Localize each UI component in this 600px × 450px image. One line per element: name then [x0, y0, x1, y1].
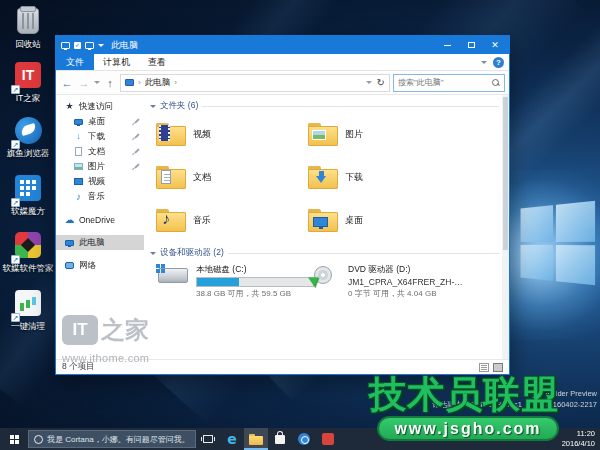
- windows-logo-icon: [10, 435, 14, 439]
- drive-detail: 0 字节 可用，共 4.04 GB: [348, 288, 460, 299]
- forward-button[interactable]: →: [77, 77, 91, 89]
- drives-section-header[interactable]: 设备和驱动器 (2): [150, 246, 499, 260]
- sidebar-item-onedrive[interactable]: ☁ OneDrive: [56, 212, 144, 227]
- sidebar-item-this-pc[interactable]: 此电脑: [56, 235, 144, 250]
- taskbar-app-red-button[interactable]: [316, 428, 340, 450]
- thumbnails-view-icon[interactable]: [493, 363, 503, 372]
- sidebar-item-downloads[interactable]: ↓ 下载: [56, 129, 144, 144]
- titlebar[interactable]: ✓ 此电脑 ✕: [56, 36, 509, 54]
- menu-file[interactable]: 文件: [56, 54, 94, 70]
- folder-tile-documents[interactable]: 文档: [156, 156, 308, 199]
- clock-date: 2016/4/10: [562, 439, 595, 449]
- desktop-icon-recycle-bin[interactable]: 回收站: [2, 6, 54, 49]
- search-box[interactable]: [393, 74, 505, 92]
- jsgho-title: 技术员联盟: [369, 376, 559, 413]
- back-button[interactable]: ←: [60, 77, 74, 89]
- picture-icon: [74, 163, 83, 170]
- help-icon[interactable]: ?: [493, 57, 504, 68]
- content-pane: 文件夹 (6) 视频 图片 文档: [144, 95, 509, 359]
- checkbox-icon[interactable]: ✓: [74, 42, 81, 49]
- sidebar-item-network[interactable]: 网络: [56, 258, 144, 273]
- sidebar-label: 此电脑: [79, 237, 105, 249]
- history-dropdown-icon[interactable]: [94, 81, 100, 87]
- collapse-icon[interactable]: [150, 105, 156, 111]
- cortana-placeholder: 我是 Cortana，小娜。有问题尽管问我。: [47, 434, 190, 445]
- scrollbar[interactable]: [502, 95, 509, 359]
- sidebar-label: 文档: [88, 146, 105, 158]
- desktop-icon-ithome[interactable]: IT↗ IT之家: [2, 60, 54, 103]
- sidebar-label: 视频: [88, 176, 105, 188]
- window-title: 此电脑: [111, 39, 138, 52]
- qat-dropdown-icon[interactable]: [98, 44, 104, 50]
- folder-tile-videos[interactable]: 视频: [156, 113, 308, 156]
- taskbar-app-blue-button[interactable]: [292, 428, 316, 450]
- maximize-button[interactable]: [459, 36, 483, 54]
- sidebar-label: 图片: [88, 161, 105, 173]
- folder-icon: [308, 166, 338, 189]
- desktop-icon-label: 一键清理: [2, 322, 54, 331]
- menu-computer[interactable]: 计算机: [94, 54, 139, 70]
- taskbar-explorer-button[interactable]: [244, 428, 268, 450]
- start-button[interactable]: [0, 428, 28, 450]
- collapse-icon[interactable]: [150, 252, 156, 258]
- desktop-icon-label: IT之家: [2, 94, 54, 103]
- scrollbar-thumb[interactable]: [503, 97, 508, 250]
- folder-tile-downloads[interactable]: 下载: [308, 156, 460, 199]
- blue-app-icon: [298, 433, 310, 445]
- drive-tile-local-disk-c[interactable]: 本地磁盘 (C:) 38.8 GB 可用，共 59.5 GB: [156, 260, 308, 306]
- cortana-search-box[interactable]: 我是 Cortana，小娜。有问题尽管问我。: [28, 430, 196, 448]
- explorer-window: ✓ 此电脑 ✕ 文件 计算机 查看 ? ← → ↑: [55, 35, 510, 375]
- desktop: 回收站 IT↗ IT之家 ↗ 旗鱼浏览器 ↗ 软媒魔方 ↗ 软媒软件管家 ↗ 一…: [0, 0, 600, 450]
- sidebar-label: 网络: [79, 260, 96, 272]
- shortcut-arrow-icon: ↗: [11, 198, 20, 207]
- download-icon: ↓: [73, 132, 84, 141]
- folders-section-header[interactable]: 文件夹 (6): [150, 99, 499, 113]
- task-view-button[interactable]: [196, 428, 220, 450]
- taskbar-store-button[interactable]: [268, 428, 292, 450]
- taskbar-edge-button[interactable]: e: [220, 428, 244, 450]
- sidebar-item-music[interactable]: ♪ 音乐: [56, 189, 144, 204]
- menu-view[interactable]: 查看: [139, 54, 175, 70]
- drive-tile-dvd-d[interactable]: DVD 驱动器 (D:) JM1_CPRA_X64FRER_ZH-CN_D...…: [308, 260, 460, 306]
- folder-tile-desktop[interactable]: 桌面: [308, 199, 460, 242]
- sidebar-item-quick-access[interactable]: ★ 快速访问: [56, 99, 144, 114]
- disk-usage-bar: [196, 277, 314, 287]
- desktop-icon-cleanup[interactable]: ↗ 一键清理: [2, 288, 54, 331]
- sidebar-label: OneDrive: [79, 215, 115, 225]
- address-field[interactable]: › 此电脑 › ↻: [120, 74, 390, 92]
- search-input[interactable]: [398, 78, 492, 87]
- video-icon: [74, 178, 83, 185]
- details-view-icon[interactable]: [479, 363, 489, 372]
- desktop-icon-label: 旗鱼浏览器: [2, 149, 54, 158]
- refresh-icon[interactable]: ↻: [377, 77, 385, 88]
- sidebar-item-videos[interactable]: 视频: [56, 174, 144, 189]
- shortcut-arrow-icon: ↗: [11, 255, 20, 264]
- shortcut-arrow-icon: ↗: [11, 140, 20, 149]
- minimize-button[interactable]: [435, 36, 459, 54]
- ithome-watermark: IT 之家 www.ithome.com: [62, 314, 149, 364]
- window-icon[interactable]: [85, 42, 94, 49]
- search-icon: [492, 79, 500, 87]
- folder-name: 图片: [345, 128, 363, 141]
- taskbar-clock[interactable]: 11:20 2016/4/10: [562, 429, 600, 449]
- drive-name: DVD 驱动器 (D:): [348, 264, 460, 276]
- sidebar-item-pictures[interactable]: 图片: [56, 159, 144, 174]
- up-button[interactable]: ↑: [103, 77, 117, 89]
- document-icon: [75, 147, 82, 156]
- ribbon-expand-icon[interactable]: [481, 61, 487, 67]
- sidebar-item-desktop[interactable]: 桌面: [56, 114, 144, 129]
- sidebar-item-documents[interactable]: 文档: [56, 144, 144, 159]
- desktop-icon-sailfish-browser[interactable]: ↗ 旗鱼浏览器: [2, 116, 54, 158]
- folder-tile-pictures[interactable]: 图片: [308, 113, 460, 156]
- section-title: 设备和驱动器 (2): [160, 247, 224, 259]
- breadcrumb[interactable]: 此电脑: [145, 77, 171, 89]
- task-view-icon: [203, 435, 213, 443]
- address-dropdown-icon[interactable]: [366, 81, 372, 87]
- recycle-bin-icon: [17, 8, 39, 34]
- desktop-icon-software-manager[interactable]: ↗ 软媒软件管家: [2, 230, 54, 273]
- close-button[interactable]: ✕: [483, 36, 507, 54]
- ribbon-menubar: 文件 计算机 查看 ?: [56, 54, 509, 71]
- desktop-icon-mofang[interactable]: ↗ 软媒魔方: [2, 173, 54, 216]
- folder-tile-music[interactable]: ♪ 音乐: [156, 199, 308, 242]
- folder-name: 音乐: [193, 214, 211, 227]
